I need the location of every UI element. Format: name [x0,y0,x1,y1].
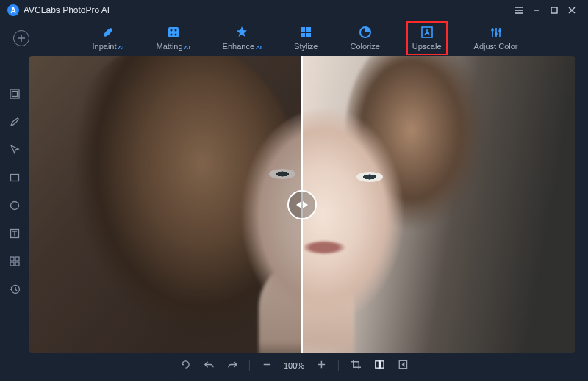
add-image-button[interactable] [13,30,29,46]
svg-rect-16 [12,92,18,97]
undo-button[interactable] [202,359,215,372]
ai-badge: AI [118,44,124,51]
svg-rect-20 [10,257,14,261]
minimize-button[interactable] [528,1,545,19]
separator [249,360,250,371]
side-tool-pointer[interactable] [7,144,22,159]
svg-point-4 [170,34,172,36]
enhance-icon [235,26,248,39]
app-title: AVCLabs PhotoPro AI [24,5,110,15]
svg-rect-17 [11,175,19,181]
zoom-out-icon [261,359,272,373]
tool-colorize[interactable]: Colorize [347,24,382,52]
inpaint-icon [101,26,115,39]
tool-label: Colorize [350,42,379,51]
app-logo: A AVCLabs PhotoPro AI [7,4,110,16]
tool-matting[interactable]: MattingAI [154,24,193,52]
svg-rect-23 [15,262,19,266]
maximize-button[interactable] [545,1,563,19]
tool-label: Upscale [412,42,442,51]
svg-rect-1 [168,27,179,37]
zoom-out-button[interactable] [260,359,273,372]
maximize-icon [550,6,559,15]
tool-adjust-color[interactable]: Adjust Color [471,24,521,52]
bottom-toolbar: 100% [171,355,417,377]
title-bar: A AVCLabs PhotoPro AI [0,0,588,21]
svg-rect-15 [10,90,19,98]
compare-slider-handle[interactable] [287,190,317,219]
tool-upscale[interactable]: Upscale [409,24,445,52]
reset-button[interactable] [179,359,192,372]
tool-stylize[interactable]: Stylize [291,24,320,52]
svg-point-14 [498,29,501,32]
zoom-in-button[interactable] [315,359,328,372]
zoom-in-icon [316,359,327,373]
tool-label: Stylize [294,42,318,51]
tool-tabs: InpaintAIMattingAIEnhanceAIStylizeColori… [29,24,581,52]
svg-point-12 [491,29,494,32]
tool-label: Inpaint [93,42,117,51]
export-button[interactable] [396,359,409,372]
circle-icon [9,200,21,214]
matting-icon [167,26,180,39]
layers-icon [9,88,21,103]
redo-button[interactable] [226,359,239,372]
side-toolbar [0,88,29,298]
svg-rect-26 [380,360,384,367]
svg-rect-21 [15,257,19,261]
side-tool-history[interactable] [7,283,22,298]
side-tool-circle[interactable] [7,200,22,214]
side-tool-grid[interactable] [7,255,22,270]
compare-button[interactable] [373,359,386,372]
upscale-icon [420,26,434,39]
brush-icon [9,116,21,131]
side-tool-rectangle[interactable] [7,172,22,186]
zoom-value: 100% [284,361,304,370]
undo-icon [203,359,214,373]
pointer-icon [9,144,21,159]
ai-badge: AI [184,44,190,51]
svg-rect-25 [375,360,379,367]
tool-label: Enhance [223,42,254,51]
logo-badge-icon: A [7,4,19,16]
menu-button[interactable] [510,1,528,19]
svg-point-18 [11,202,19,210]
hamburger-icon [514,6,523,15]
adjust-color-icon [490,26,503,39]
ai-badge: AI [256,44,262,51]
colorize-icon [359,26,372,39]
text-icon [9,228,21,242]
side-tool-text[interactable] [7,228,22,242]
grid-icon [9,255,21,270]
tool-label: Adjust Color [474,42,518,51]
side-tool-brush[interactable] [7,116,22,131]
svg-rect-9 [306,33,311,37]
svg-point-5 [174,34,176,36]
svg-rect-8 [301,33,305,37]
side-tool-layers[interactable] [7,88,22,103]
reset-icon [179,359,190,373]
close-button[interactable] [563,1,581,19]
crop-icon [351,359,362,373]
stylize-icon [299,26,312,39]
close-icon [567,6,576,15]
svg-point-13 [495,32,498,35]
svg-point-3 [174,29,176,32]
svg-point-2 [170,29,172,32]
canvas-area [29,56,575,353]
svg-rect-0 [551,7,557,13]
tool-enhance[interactable]: EnhanceAI [220,24,265,52]
minimize-icon [532,6,541,15]
svg-rect-22 [10,262,14,266]
redo-icon [226,359,237,373]
crop-button[interactable] [349,359,362,372]
export-icon [398,359,409,373]
separator [338,360,339,371]
rectangle-icon [9,172,21,186]
tool-label: Matting [157,42,183,51]
plus-icon [17,34,26,43]
history-icon [9,283,21,298]
tool-inpaint[interactable]: InpaintAI [90,24,127,52]
compare-icon [374,359,385,373]
main-toolbar: InpaintAIMattingAIEnhanceAIStylizeColori… [0,21,588,56]
